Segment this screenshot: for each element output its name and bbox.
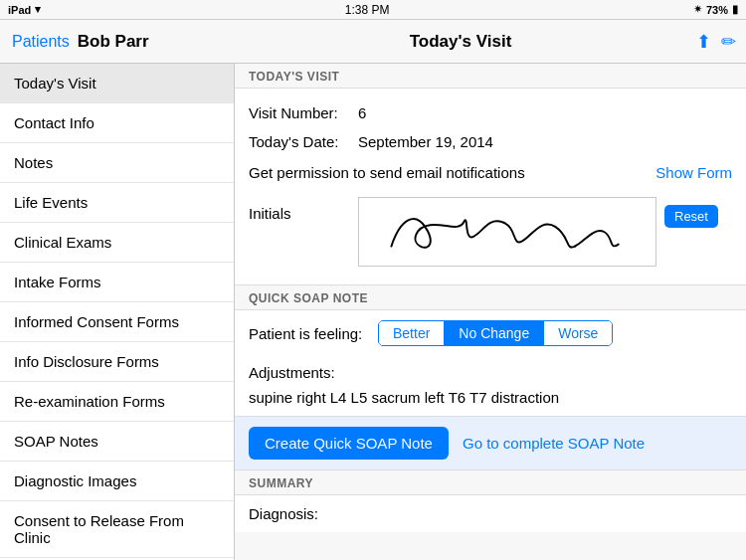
sidebar-item[interactable]: Info Disclosure Forms [0, 342, 234, 382]
quick-soap-section-header: QUICK SOAP NOTE [235, 285, 746, 310]
nav-bar: Patients Bob Parr Today's Visit ⬆ ✏ [0, 20, 746, 64]
sidebar-item[interactable]: Intake Forms [0, 263, 234, 302]
nav-right-section: ⬆ ✏ [686, 31, 746, 53]
permission-row: Get permission to send email notificatio… [249, 156, 732, 189]
go-complete-soap-button[interactable]: Go to complete SOAP Note [463, 435, 645, 452]
status-time: 1:38 PM [345, 3, 390, 17]
visit-number-value: 6 [358, 104, 366, 121]
sidebar-item[interactable]: Diagnostic Images [0, 462, 234, 501]
sidebar-item[interactable]: Life Events [0, 183, 234, 223]
sidebar-item[interactable]: SOAP Notes [0, 422, 234, 462]
initials-label: Initials [249, 197, 358, 222]
today-date-label: Today's Date: [249, 133, 358, 150]
today-date-row: Today's Date: September 19, 2014 [249, 127, 732, 156]
battery-icon: ▮ [732, 3, 738, 16]
feeling-option-better[interactable]: Better [379, 321, 445, 345]
patient-feeling-label: Patient is feeling: [249, 325, 378, 342]
nav-title: Today's Visit [235, 32, 686, 52]
status-bar: iPad ▾ 1:38 PM ✴ 73% ▮ [0, 0, 746, 20]
visit-info-section: Visit Number: 6 Today's Date: September … [235, 89, 746, 285]
battery-label: 73% [706, 4, 728, 16]
patient-name: Bob Parr [78, 32, 149, 52]
status-right: ✴ 73% ▮ [693, 3, 738, 16]
carrier-label: iPad [8, 4, 31, 16]
feeling-option-worse[interactable]: Worse [544, 321, 612, 345]
diagnosis-row: Diagnosis: [235, 495, 746, 532]
content-area: TODAY'S VISIT Visit Number: 6 Today's Da… [235, 64, 746, 560]
signature-svg [359, 198, 655, 266]
adjustments-value: supine right L4 L5 sacrum left T6 T7 dis… [235, 385, 746, 416]
wifi-icon: ▾ [35, 3, 41, 16]
sidebar: Today's VisitContact InfoNotesLife Event… [0, 64, 235, 560]
sidebar-item[interactable]: Notes [0, 143, 234, 183]
sidebar-item[interactable]: Contact Info [0, 103, 234, 143]
feeling-segmented-control: BetterNo ChangeWorse [378, 320, 613, 346]
adjustments-label: Adjustments: [235, 356, 746, 385]
todays-visit-section-header: TODAY'S VISIT [235, 64, 746, 89]
signature-row: Initials Reset [249, 189, 732, 275]
sidebar-item[interactable]: Consent to Release From Clinic [0, 501, 234, 558]
today-date-value: September 19, 2014 [358, 133, 493, 150]
bluetooth-icon: ✴ [693, 3, 702, 16]
main-layout: Today's VisitContact InfoNotesLife Event… [0, 64, 746, 560]
visit-number-label: Visit Number: [249, 104, 358, 121]
feeling-option-no-change[interactable]: No Change [445, 321, 544, 345]
reset-button[interactable]: Reset [664, 205, 718, 228]
sidebar-item[interactable]: Clinical Exams [0, 223, 234, 263]
sidebar-item[interactable]: Informed Consent Forms [0, 302, 234, 342]
sidebar-item[interactable]: Re-examination Forms [0, 382, 234, 422]
sidebar-item[interactable]: Today's Visit [0, 64, 234, 103]
share-button[interactable]: ⬆ [696, 31, 711, 53]
quick-soap-section: Patient is feeling: BetterNo ChangeWorse… [235, 310, 746, 416]
patient-feeling-row: Patient is feeling: BetterNo ChangeWorse [235, 310, 746, 356]
summary-section: Diagnosis: [235, 495, 746, 532]
visit-number-row: Visit Number: 6 [249, 98, 732, 127]
create-quick-soap-button[interactable]: Create Quick SOAP Note [249, 427, 449, 460]
status-left: iPad ▾ [8, 3, 41, 16]
show-form-button[interactable]: Show Form [655, 164, 732, 181]
summary-section-header: SUMMARY [235, 470, 746, 495]
nav-left-section: Patients Bob Parr [0, 32, 235, 52]
action-row: Create Quick SOAP Note Go to complete SO… [235, 416, 746, 470]
patients-back-button[interactable]: Patients [12, 33, 70, 51]
signature-box[interactable] [358, 197, 656, 267]
permission-text: Get permission to send email notificatio… [249, 164, 525, 181]
edit-button[interactable]: ✏ [721, 31, 736, 53]
